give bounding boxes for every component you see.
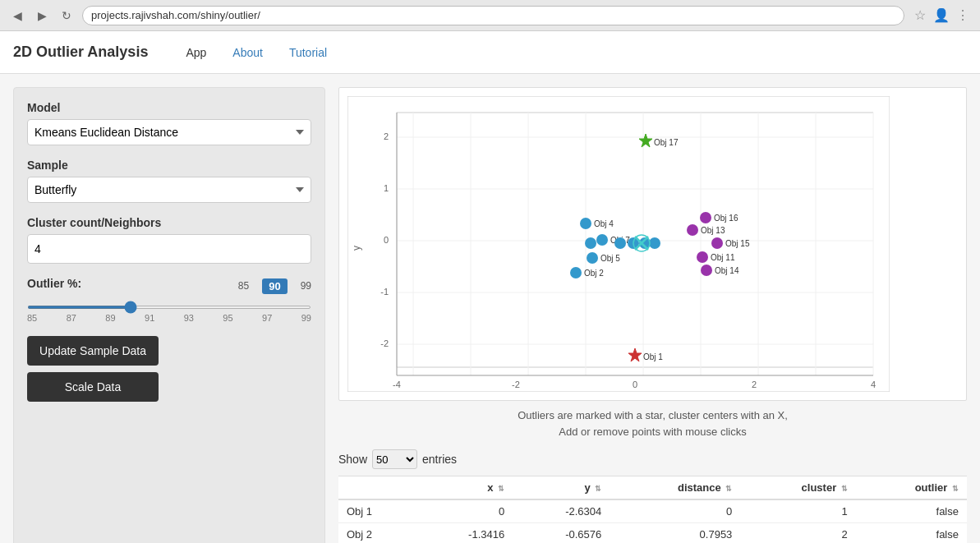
menu-icon[interactable]: ⋮ [954, 7, 972, 25]
outlier-section: Outlier %: 85 90 99 8587899193959799 [27, 277, 311, 323]
slider-container: 8587899193959799 [27, 298, 311, 323]
outlier-label-row: Outlier %: 85 90 99 [27, 277, 311, 295]
sidebar: Model Kmeans Euclidean Distance LOF DBSC… [13, 87, 325, 543]
sample-section: Sample Butterfly Linear Circle [27, 159, 311, 203]
nav-about[interactable]: About [219, 33, 276, 72]
svg-text:4: 4 [871, 380, 876, 389]
cell-y: -0.6576 [513, 523, 610, 544]
svg-text:Obj 2: Obj 2 [584, 269, 604, 278]
svg-text:-4: -4 [393, 380, 401, 389]
point-obj13[interactable] [687, 224, 698, 236]
nav-tutorial[interactable]: Tutorial [276, 33, 340, 72]
point-obj2[interactable] [570, 267, 582, 278]
entries-label: entries [422, 453, 457, 466]
plot-caption: Outliers are marked with a star, cluster… [338, 407, 967, 439]
svg-text:1: 1 [384, 183, 389, 193]
cell-cluster: 2 [740, 523, 855, 544]
svg-text:Obj 4: Obj 4 [594, 219, 614, 228]
cluster-input[interactable] [27, 234, 311, 264]
point-obj14[interactable] [701, 265, 712, 276]
model-select[interactable]: Kmeans Euclidean Distance LOF DBSCAN [27, 119, 311, 145]
svg-text:-2: -2 [380, 338, 389, 348]
svg-text:-2: -2 [512, 380, 520, 389]
scale-data-button[interactable]: Scale Data [27, 372, 159, 402]
svg-text:Obj 5: Obj 5 [600, 254, 620, 263]
svg-text:2: 2 [752, 380, 757, 389]
main-content: Model Kmeans Euclidean Distance LOF DBSC… [0, 74, 980, 543]
svg-text:Obj 11: Obj 11 [711, 253, 735, 262]
cluster-label: Cluster count/Neighbors [27, 216, 311, 229]
back-button[interactable]: ◀ [8, 7, 26, 25]
scatter-plot[interactable]: 2 1 0 -1 -2 -4 -2 0 2 4 y [347, 96, 890, 392]
model-section: Model Kmeans Euclidean Distance LOF DBSC… [27, 101, 311, 145]
svg-text:Obj 16: Obj 16 [714, 214, 738, 223]
cell-distance: 0 [610, 499, 740, 523]
point-obj8[interactable] [614, 237, 626, 249]
col-header-cluster[interactable]: cluster ⇅ [740, 476, 855, 500]
sample-select[interactable]: Butterfly Linear Circle [27, 177, 311, 203]
cell-distance: 0.7953 [610, 523, 740, 544]
svg-text:Obj 17: Obj 17 [654, 138, 679, 147]
model-label: Model [27, 101, 311, 114]
outlier-slider[interactable] [27, 306, 311, 309]
point-obj4[interactable] [580, 218, 591, 229]
outlier-min-label: 85 [238, 280, 249, 292]
cell-outlier: false [856, 499, 967, 523]
outlier-label: Outlier %: [27, 277, 81, 290]
point-obj16[interactable] [700, 212, 711, 223]
table-controls: Show 50 10 25 100 entries [338, 449, 967, 469]
col-header-name[interactable] [338, 476, 416, 500]
svg-text:2: 2 [384, 131, 389, 141]
app-title: 2D Outlier Analysis [13, 44, 148, 61]
cluster-section: Cluster count/Neighbors [27, 216, 311, 264]
svg-text:0: 0 [384, 235, 389, 245]
browser-icons: ☆ 👤 ⋮ [911, 7, 972, 25]
update-sample-button[interactable]: Update Sample Data [27, 336, 159, 366]
sample-label: Sample [27, 159, 311, 172]
col-header-outlier[interactable]: outlier ⇅ [856, 476, 967, 500]
table-header-row: x ⇅ y ⇅ distance ⇅ cluster ⇅ outlier ⇅ [338, 476, 967, 500]
plot-container: 2 1 0 -1 -2 -4 -2 0 2 4 y [338, 87, 967, 401]
refresh-button[interactable]: ↻ [58, 7, 76, 25]
col-header-distance[interactable]: distance ⇅ [610, 476, 740, 500]
slider-tick-labels: 8587899193959799 [27, 313, 311, 323]
app-navbar: 2D Outlier Analysis App About Tutorial [0, 31, 980, 74]
point-obj7[interactable] [596, 234, 608, 246]
cell-cluster: 1 [740, 499, 855, 523]
bookmark-icon[interactable]: ☆ [911, 7, 929, 25]
col-header-y[interactable]: y ⇅ [513, 476, 610, 500]
address-bar[interactable] [82, 6, 904, 25]
svg-text:Obj 15: Obj 15 [725, 239, 750, 248]
browser-chrome: ◀ ▶ ↻ ☆ 👤 ⋮ [0, 0, 980, 31]
point-obj11[interactable] [697, 251, 708, 263]
svg-text:Obj 1: Obj 1 [643, 352, 663, 361]
table-row: Obj 1 0 -2.6304 0 1 false [338, 499, 967, 523]
point-obj15[interactable] [711, 237, 723, 249]
svg-text:-1: -1 [380, 287, 389, 297]
svg-text:y: y [351, 246, 362, 251]
cell-y: -2.6304 [513, 499, 610, 523]
cell-name: Obj 1 [338, 499, 416, 523]
show-label: Show [338, 453, 367, 466]
cell-outlier: false [856, 523, 967, 544]
entries-select[interactable]: 50 10 25 100 [372, 449, 417, 469]
svg-text:Obj 13: Obj 13 [701, 226, 725, 235]
cell-x: -1.3416 [416, 523, 513, 544]
nav-links: App About Tutorial [173, 33, 340, 72]
data-table: x ⇅ y ⇅ distance ⇅ cluster ⇅ outlier ⇅ O… [338, 476, 967, 543]
svg-text:0: 0 [633, 380, 637, 389]
svg-text:Obj 14: Obj 14 [715, 266, 739, 275]
plot-area: 2 1 0 -1 -2 -4 -2 0 2 4 y [338, 87, 967, 543]
col-header-x[interactable]: x ⇅ [416, 476, 513, 500]
table-row: Obj 2 -1.3416 -0.6576 0.7953 2 false [338, 523, 967, 544]
outlier-max-label: 99 [301, 280, 311, 292]
nav-app[interactable]: App [173, 33, 219, 72]
user-icon[interactable]: 👤 [932, 7, 950, 25]
cell-name: Obj 2 [338, 523, 416, 544]
forward-button[interactable]: ▶ [33, 7, 51, 25]
cell-x: 0 [416, 499, 513, 523]
outlier-value-badge: 90 [262, 278, 287, 294]
point-obj5[interactable] [587, 252, 598, 264]
point-obj12[interactable] [649, 237, 660, 249]
point-obj3[interactable] [585, 237, 596, 249]
